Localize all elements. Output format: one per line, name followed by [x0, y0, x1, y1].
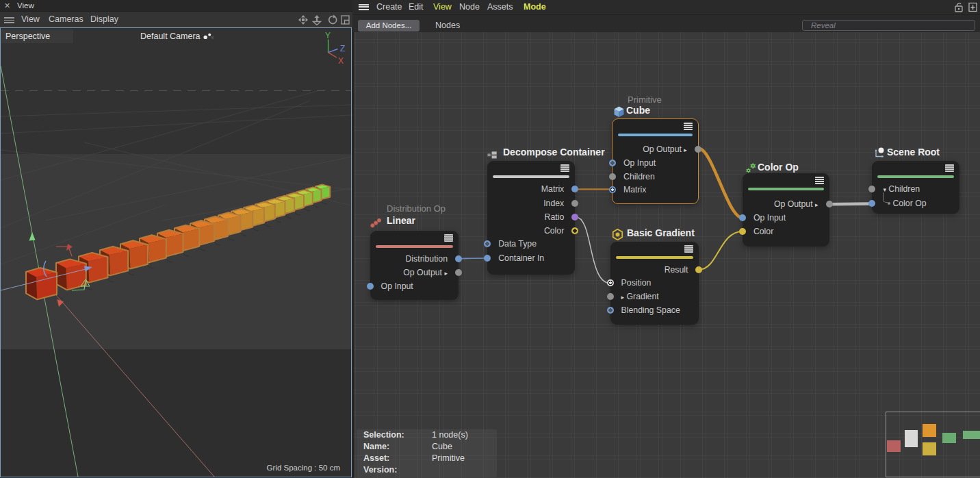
svg-text:X: X [338, 56, 344, 66]
svg-text:Z: Z [340, 44, 345, 53]
svg-text:Y: Y [325, 31, 331, 40]
